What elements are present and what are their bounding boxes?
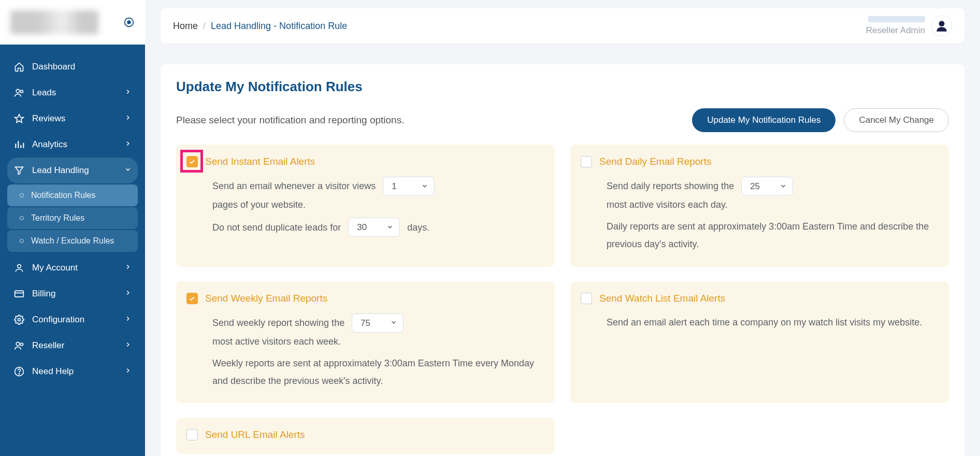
sidebar-item-label: Leads bbox=[32, 88, 56, 98]
text: pages of your website. bbox=[212, 196, 542, 213]
panel-note: Weekly reports are sent at approximately… bbox=[212, 354, 542, 390]
breadcrumb: Home / Lead Handling - Notification Rule bbox=[173, 21, 347, 32]
avatar[interactable] bbox=[931, 16, 952, 36]
people-icon bbox=[13, 87, 25, 98]
update-button[interactable]: Update My Notification Rules bbox=[692, 108, 835, 132]
sidebar-item-dashboard[interactable]: Dashboard bbox=[7, 54, 138, 80]
gear-icon bbox=[13, 314, 25, 325]
panel-head: Send URL Email Alerts bbox=[186, 429, 542, 440]
text: Do not send duplicate leads for bbox=[212, 219, 341, 236]
dot-icon bbox=[20, 193, 24, 197]
daily-row-1: Send daily reports showing the 25 bbox=[607, 177, 936, 196]
panels-grid: Send Instant Email Alerts Send an email … bbox=[176, 145, 949, 454]
subnav-item-label: Notification Rules bbox=[31, 191, 96, 200]
select-pages[interactable]: 1 bbox=[383, 177, 435, 196]
checkbox-weekly-reports[interactable] bbox=[186, 293, 198, 304]
subnav-item-label: Territory Rules bbox=[31, 213, 84, 223]
bars-icon bbox=[13, 139, 25, 150]
chevron-right-icon bbox=[124, 289, 132, 299]
instant-row-2: Do not send duplicate leads for 30 days. bbox=[212, 218, 542, 237]
cancel-button[interactable]: Cancel My Change bbox=[844, 108, 949, 132]
sidebar-item-label: Reseller bbox=[32, 340, 64, 351]
checkbox-instant-alerts[interactable] bbox=[186, 156, 198, 167]
sidebar-item-label: Analytics bbox=[32, 139, 67, 150]
instruction-text: Please select your notification and repo… bbox=[176, 115, 404, 126]
text: days. bbox=[407, 219, 429, 236]
topbar: Home / Lead Handling - Notification Rule… bbox=[161, 8, 964, 44]
subnav: Notification Rules Territory Rules Watch… bbox=[7, 184, 138, 252]
select-days[interactable]: 30 bbox=[348, 218, 400, 237]
sidebar-item-reseller[interactable]: Reseller bbox=[7, 333, 138, 359]
sidebar-item-label: Billing bbox=[32, 289, 55, 299]
text: most active visitors each week. bbox=[212, 333, 542, 350]
sidebar-item-lead-handling[interactable]: Lead Handling bbox=[7, 158, 138, 183]
select-weekly-count[interactable]: 75 bbox=[352, 314, 403, 333]
text: Send weekly report showing the bbox=[212, 314, 344, 332]
chevron-right-icon bbox=[124, 113, 132, 124]
user-icon bbox=[13, 262, 25, 274]
sidebar: Dashboard Leads Reviews Analytics bbox=[0, 0, 145, 456]
checkbox-url-alerts[interactable] bbox=[186, 429, 198, 440]
panel-title: Send Weekly Email Reports bbox=[205, 293, 327, 304]
sidebar-item-label: My Account bbox=[32, 263, 78, 273]
subnav-notification-rules[interactable]: Notification Rules bbox=[7, 184, 138, 206]
chevron-right-icon bbox=[124, 88, 132, 98]
select-pages-wrap: 1 bbox=[383, 177, 435, 196]
panel-note: Daily reports are sent at approximately … bbox=[607, 218, 936, 253]
sidebar-item-label: Configuration bbox=[32, 315, 84, 325]
button-row: Update My Notification Rules Cancel My C… bbox=[692, 108, 949, 132]
panel-head: Send Weekly Email Reports bbox=[186, 293, 542, 304]
panel-title: Send Watch List Email Alerts bbox=[599, 293, 725, 304]
breadcrumb-home[interactable]: Home bbox=[173, 21, 198, 32]
sidebar-item-my-account[interactable]: My Account bbox=[7, 255, 138, 281]
chevron-down-icon bbox=[124, 165, 132, 176]
breadcrumb-current[interactable]: Lead Handling - Notification Rule bbox=[211, 21, 347, 32]
chevron-right-icon bbox=[124, 340, 132, 351]
panel-head: Send Watch List Email Alerts bbox=[581, 293, 936, 304]
checkbox-watch-alerts[interactable] bbox=[581, 293, 592, 304]
panel-daily-reports: Send Daily Email Reports Send daily repo… bbox=[570, 145, 949, 267]
content-card: Update My Notification Rules Please sele… bbox=[161, 64, 964, 456]
user-name-redacted bbox=[868, 16, 925, 22]
text: Send an email alert each time a company … bbox=[607, 314, 936, 331]
text: Send daily reports showing the bbox=[607, 177, 734, 195]
checkbox-daily-reports[interactable] bbox=[581, 156, 592, 167]
svg-rect-5 bbox=[15, 291, 24, 297]
select-daily-wrap: 25 bbox=[741, 177, 793, 196]
sidebar-item-configuration[interactable]: Configuration bbox=[7, 307, 138, 333]
svg-point-11 bbox=[939, 21, 945, 26]
panel-title: Send Daily Email Reports bbox=[599, 156, 711, 167]
sidebar-item-label: Need Help bbox=[32, 366, 74, 377]
chevron-right-icon bbox=[124, 366, 132, 377]
panel-title: Send URL Email Alerts bbox=[205, 429, 305, 440]
filter-icon bbox=[13, 165, 25, 176]
people-icon bbox=[13, 340, 25, 351]
dot-icon bbox=[20, 239, 24, 243]
home-icon bbox=[13, 61, 25, 73]
select-days-wrap: 30 bbox=[348, 218, 400, 237]
subnav-watch-exclude-rules[interactable]: Watch / Exclude Rules bbox=[7, 230, 138, 252]
target-icon[interactable] bbox=[123, 17, 135, 28]
user-block[interactable]: Reseller Admin bbox=[866, 16, 952, 36]
sidebar-item-billing[interactable]: Billing bbox=[7, 281, 138, 307]
main: Home / Lead Handling - Notification Rule… bbox=[145, 0, 980, 456]
panel-head: Send Daily Email Reports bbox=[581, 156, 936, 167]
chevron-right-icon bbox=[124, 315, 132, 325]
panel-head: Send Instant Email Alerts bbox=[186, 156, 542, 167]
sidebar-item-need-help[interactable]: Need Help bbox=[7, 359, 138, 384]
page-title: Update My Notification Rules bbox=[176, 79, 949, 95]
user-role: Reseller Admin bbox=[866, 25, 925, 36]
weekly-row-1: Send weekly report showing the 75 bbox=[212, 314, 542, 333]
panel-body: Send an email whenever a visitor views 1… bbox=[186, 177, 542, 237]
sidebar-nav: Dashboard Leads Reviews Analytics bbox=[0, 45, 145, 384]
help-icon bbox=[13, 366, 25, 377]
panel-body: Send an email alert each time a company … bbox=[581, 314, 936, 331]
card-icon bbox=[13, 288, 25, 300]
subnav-territory-rules[interactable]: Territory Rules bbox=[7, 207, 138, 229]
sidebar-item-leads[interactable]: Leads bbox=[7, 80, 138, 106]
sidebar-item-analytics[interactable]: Analytics bbox=[7, 132, 138, 158]
sidebar-item-reviews[interactable]: Reviews bbox=[7, 106, 138, 132]
sidebar-item-label: Reviews bbox=[32, 113, 65, 124]
select-daily-count[interactable]: 25 bbox=[741, 177, 793, 196]
panel-title: Send Instant Email Alerts bbox=[205, 156, 315, 167]
